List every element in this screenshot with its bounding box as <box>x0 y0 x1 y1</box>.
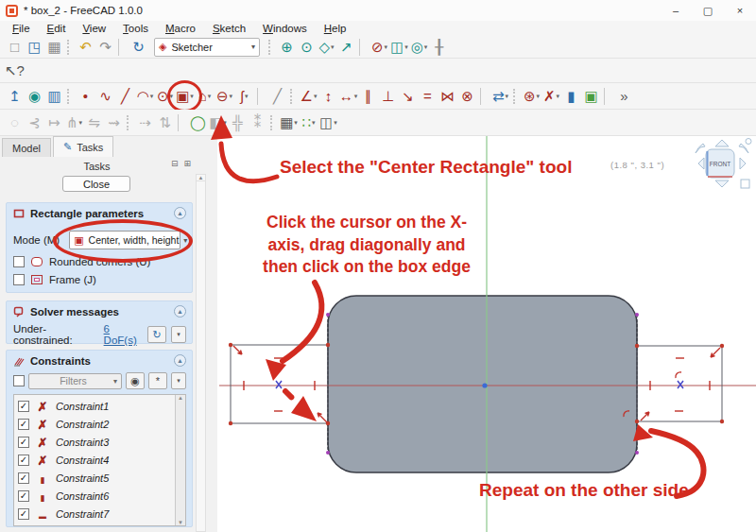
create-bspline-icon[interactable]: ʃ ▾ <box>234 86 254 107</box>
create-polygon-icon[interactable]: ⌂ ▾ <box>195 86 215 107</box>
navcube-mini-cube-icon[interactable] <box>741 180 749 188</box>
navcube-rotate-left-arrow[interactable] <box>696 144 705 153</box>
composite-tools-icon[interactable]: ◧ ▾ <box>208 112 228 133</box>
navcube-right-arrow[interactable] <box>740 158 746 169</box>
constraint-checkbox[interactable] <box>18 526 29 527</box>
switch-virtual-space-icon[interactable]: ⇅ <box>155 112 175 133</box>
render-order-icon[interactable]: ◫ ▾ <box>318 112 338 133</box>
toggle-snap-icon[interactable]: ∷ ▾ <box>299 112 318 133</box>
constraint-checkbox[interactable] <box>18 455 29 466</box>
navcube-menu-icon[interactable] <box>746 139 751 145</box>
axonometric-view-icon[interactable]: ◇ ▾ <box>317 37 336 58</box>
sketch-canvas[interactable] <box>217 136 756 532</box>
mirror-icon[interactable]: ⇋ <box>84 112 104 133</box>
zoom-fit-all-icon[interactable]: ⊕ <box>277 37 297 58</box>
constraint-settings-caret[interactable]: ▾ <box>171 372 186 389</box>
navcube-up-arrow[interactable] <box>715 140 729 146</box>
create-polyline-icon[interactable]: ∿ <box>95 86 115 107</box>
constraint-row[interactable]: Constraint1 <box>18 397 185 415</box>
menu-item[interactable]: Windows <box>256 23 314 34</box>
zoom-tools-icon[interactable]: ◎ ▾ <box>409 37 429 58</box>
constraint-checkbox[interactable] <box>18 419 29 430</box>
save-icon[interactable]: ▦ <box>44 37 64 58</box>
tangent-constraint-icon[interactable]: ↘ <box>398 86 418 107</box>
show-hide-constraints-button[interactable]: ◉ <box>126 372 145 389</box>
constraint-row[interactable]: Constraint4 <box>18 451 185 469</box>
workbench-selector[interactable]: ◈ Sketcher ▾ <box>154 38 260 57</box>
collapse-section-icon[interactable]: ▲ <box>174 305 186 317</box>
clipping-plane-icon[interactable]: ◫ ▾ <box>389 37 409 58</box>
fillet-icon[interactable]: ◌ <box>5 112 25 133</box>
constraint-row[interactable]: Constraint7 <box>18 505 185 523</box>
constraint-row[interactable]: Constraint8 <box>18 523 185 526</box>
create-circle-icon[interactable]: ⊙ ▾ <box>155 86 175 107</box>
dock-panel-icon[interactable]: ⊟ <box>171 159 179 168</box>
sketch-box-body[interactable] <box>328 296 637 472</box>
navcube-rotate-right-arrow[interactable] <box>739 144 748 153</box>
toggle-construction-icon[interactable]: ⇄ ▾ <box>490 86 510 107</box>
tab-tasks[interactable]: ✎ Tasks <box>53 136 113 157</box>
clone-icon[interactable]: ⇝ <box>104 112 124 133</box>
validate-sketch-icon[interactable]: ◯ <box>188 112 208 133</box>
constraint-checkbox[interactable] <box>18 437 29 448</box>
horizontal-distance-icon[interactable]: ↔ ▾ <box>338 86 358 107</box>
collapse-section-icon[interactable]: ▲ <box>174 207 186 219</box>
collapse-section-icon[interactable]: ▲ <box>174 354 186 367</box>
constraint-row[interactable]: Constraint2 <box>18 415 185 433</box>
panel-scrollbar[interactable]: ▲ <box>196 174 206 532</box>
create-slot-icon[interactable]: ⊖ ▾ <box>215 86 234 107</box>
maximize-button[interactable]: ▢ <box>692 0 724 21</box>
copy-geometry-icon[interactable]: ⁑ <box>248 112 267 133</box>
dof-link[interactable]: 6 DoF(s) <box>104 323 143 346</box>
open-document-icon[interactable]: ◳ <box>25 37 44 58</box>
menu-item[interactable]: Macro <box>159 23 202 34</box>
merge-sketches-icon[interactable]: ▣ <box>581 86 601 107</box>
perpendicular-constraint-icon[interactable]: ⊥ <box>378 86 398 107</box>
create-point-icon[interactable]: • <box>76 86 95 107</box>
constraint-tools-icon[interactable]: ⊛ ▾ <box>522 86 541 107</box>
move-geometry-icon[interactable]: ╬ <box>228 112 248 133</box>
constraint-row[interactable]: Constraint3 <box>18 433 185 451</box>
tab-model[interactable]: Model <box>2 138 51 157</box>
menu-item[interactable]: Tools <box>116 23 155 34</box>
menu-item[interactable]: Help <box>318 23 353 34</box>
whats-this-icon[interactable]: ↖? <box>5 60 25 81</box>
constraint-checkbox[interactable] <box>18 508 29 520</box>
close-window-button[interactable]: × <box>724 0 756 21</box>
menu-item[interactable]: Sketch <box>206 23 252 34</box>
filters-dropdown[interactable]: Filters ▾ <box>28 373 122 389</box>
symmetric-constraint-icon[interactable]: ⋈ <box>438 86 457 107</box>
constraint-checkbox[interactable] <box>18 401 29 412</box>
solver-options-caret[interactable]: ▾ <box>171 326 186 343</box>
dimension-constraint-icon[interactable]: ∠ ▾ <box>299 86 318 107</box>
constraint-settings-button[interactable]: * <box>148 372 167 389</box>
constraint-checkbox[interactable] <box>18 472 29 484</box>
constraint-list-scrollbar[interactable]: ▲▼ <box>175 395 185 525</box>
3d-viewport[interactable]: (1.8 ", 3.1 ") FRONT Select the "Center … <box>217 136 756 532</box>
menu-item[interactable]: View <box>76 23 112 34</box>
constraint-row[interactable]: Constraint5 <box>18 469 185 487</box>
view-section-icon[interactable]: ▥ <box>44 86 64 107</box>
origin-point[interactable] <box>482 383 487 387</box>
option-checkbox[interactable] <box>13 256 25 267</box>
select-elements-icon[interactable]: ⇢ <box>135 112 155 133</box>
parallel-constraint-icon[interactable]: ∥ <box>358 86 378 107</box>
scroll-up-icon[interactable]: ▲ <box>197 175 205 181</box>
create-arc-icon[interactable]: ◠ ▾ <box>135 86 155 107</box>
constraint-checkbox[interactable] <box>18 490 29 502</box>
create-rectangle-icon[interactable]: ▣ ▾ <box>175 86 195 107</box>
zoom-selection-icon[interactable]: ⊙ <box>297 37 317 58</box>
remove-constraint-icon[interactable]: ✗ ▾ <box>541 86 561 107</box>
close-task-button[interactable]: Close <box>62 176 130 192</box>
navigation-cube[interactable]: FRONT <box>691 138 753 193</box>
undo-icon[interactable]: ↶ <box>76 37 95 58</box>
minimize-button[interactable]: – <box>660 0 692 21</box>
vertical-distance-icon[interactable]: ↕ <box>318 86 338 107</box>
view-sketch-icon[interactable]: ◉ <box>25 86 44 107</box>
navcube-left-arrow[interactable] <box>698 158 704 169</box>
measure-icon[interactable]: ╂ <box>429 37 449 58</box>
toggle-grid-icon[interactable]: ▦ ▾ <box>279 112 299 133</box>
solver-refresh-button[interactable]: ↻ <box>147 326 166 343</box>
refresh-icon[interactable]: ↻ <box>129 37 148 58</box>
draw-style-icon[interactable]: ⊘ ▾ <box>369 37 389 58</box>
